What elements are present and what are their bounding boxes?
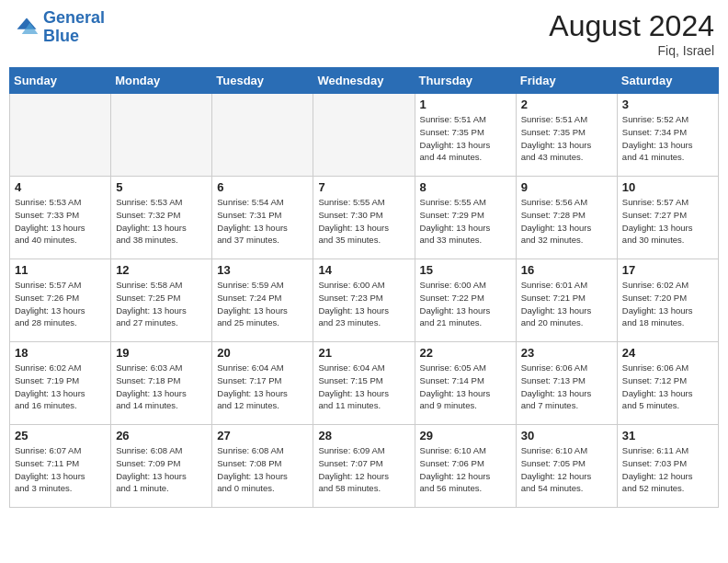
calendar-cell: 13Sunrise: 5:59 AM Sunset: 7:24 PM Dayli… — [212, 259, 313, 342]
weekday-header-wednesday: Wednesday — [313, 68, 415, 94]
day-number: 14 — [318, 263, 409, 277]
title-block: August 2024 Fiq, Israel — [549, 9, 714, 58]
calendar-cell: 29Sunrise: 6:10 AM Sunset: 7:06 PM Dayli… — [415, 425, 516, 508]
cell-info: Sunrise: 6:04 AM Sunset: 7:17 PM Dayligh… — [217, 362, 308, 412]
calendar-cell: 22Sunrise: 6:05 AM Sunset: 7:14 PM Dayli… — [415, 342, 516, 425]
weekday-header-friday: Friday — [516, 68, 617, 94]
cell-info: Sunrise: 6:00 AM Sunset: 7:22 PM Dayligh… — [420, 279, 511, 329]
calendar-cell: 24Sunrise: 6:06 AM Sunset: 7:12 PM Dayli… — [617, 342, 718, 425]
cell-info: Sunrise: 6:02 AM Sunset: 7:19 PM Dayligh… — [15, 362, 106, 412]
calendar-cell: 8Sunrise: 5:55 AM Sunset: 7:29 PM Daylig… — [415, 177, 516, 259]
cell-info: Sunrise: 6:03 AM Sunset: 7:18 PM Dayligh… — [116, 362, 207, 412]
calendar-cell: 27Sunrise: 6:08 AM Sunset: 7:08 PM Dayli… — [212, 425, 313, 508]
cell-info: Sunrise: 5:51 AM Sunset: 7:35 PM Dayligh… — [521, 113, 612, 164]
day-number: 18 — [15, 346, 106, 360]
weekday-header-saturday: Saturday — [617, 68, 718, 94]
calendar-cell: 3Sunrise: 5:52 AM Sunset: 7:34 PM Daylig… — [617, 94, 718, 177]
weekday-header-tuesday: Tuesday — [212, 68, 313, 94]
calendar-cell: 30Sunrise: 6:10 AM Sunset: 7:05 PM Dayli… — [516, 425, 617, 508]
day-number: 8 — [420, 180, 511, 194]
calendar-cell: 2Sunrise: 5:51 AM Sunset: 7:35 PM Daylig… — [516, 94, 617, 177]
logo: General Blue — [14, 9, 105, 46]
weekday-header-thursday: Thursday — [415, 68, 516, 94]
calendar-cell: 31Sunrise: 6:11 AM Sunset: 7:03 PM Dayli… — [617, 425, 718, 508]
page-header: General Blue August 2024 Fiq, Israel — [9, 9, 719, 58]
day-number: 20 — [217, 346, 308, 360]
cell-info: Sunrise: 6:00 AM Sunset: 7:23 PM Dayligh… — [318, 279, 409, 329]
calendar-cell: 6Sunrise: 5:54 AM Sunset: 7:31 PM Daylig… — [212, 177, 313, 259]
cell-info: Sunrise: 5:59 AM Sunset: 7:24 PM Dayligh… — [217, 279, 308, 329]
day-number: 11 — [15, 263, 106, 277]
day-number: 24 — [622, 346, 713, 360]
day-number: 27 — [217, 429, 308, 442]
cell-info: Sunrise: 5:54 AM Sunset: 7:31 PM Dayligh… — [217, 196, 308, 247]
location: Fiq, Israel — [549, 43, 714, 58]
day-number: 5 — [116, 180, 207, 194]
calendar-cell: 7Sunrise: 5:55 AM Sunset: 7:30 PM Daylig… — [313, 177, 415, 259]
cell-info: Sunrise: 5:55 AM Sunset: 7:30 PM Dayligh… — [318, 196, 409, 247]
cell-info: Sunrise: 5:56 AM Sunset: 7:28 PM Dayligh… — [521, 196, 612, 247]
cell-info: Sunrise: 5:53 AM Sunset: 7:32 PM Dayligh… — [116, 196, 207, 247]
cell-info: Sunrise: 5:51 AM Sunset: 7:35 PM Dayligh… — [420, 113, 511, 164]
calendar-cell: 11Sunrise: 5:57 AM Sunset: 7:26 PM Dayli… — [10, 259, 111, 342]
calendar-cell: 16Sunrise: 6:01 AM Sunset: 7:21 PM Dayli… — [516, 259, 617, 342]
day-number: 1 — [420, 98, 511, 111]
day-number: 13 — [217, 263, 308, 277]
cell-info: Sunrise: 6:06 AM Sunset: 7:12 PM Dayligh… — [622, 362, 713, 412]
cell-info: Sunrise: 5:53 AM Sunset: 7:33 PM Dayligh… — [15, 196, 106, 247]
day-number: 15 — [420, 263, 511, 277]
calendar-cell: 26Sunrise: 6:08 AM Sunset: 7:09 PM Dayli… — [111, 425, 212, 508]
day-number: 6 — [217, 180, 308, 194]
calendar-cell: 9Sunrise: 5:56 AM Sunset: 7:28 PM Daylig… — [516, 177, 617, 259]
day-number: 23 — [521, 346, 612, 360]
day-number: 22 — [420, 346, 511, 360]
day-number: 3 — [622, 98, 713, 111]
cell-info: Sunrise: 6:01 AM Sunset: 7:21 PM Dayligh… — [521, 279, 612, 329]
cell-info: Sunrise: 6:05 AM Sunset: 7:14 PM Dayligh… — [420, 362, 511, 412]
cell-info: Sunrise: 6:04 AM Sunset: 7:15 PM Dayligh… — [318, 362, 409, 412]
day-number: 21 — [318, 346, 409, 360]
cell-info: Sunrise: 6:06 AM Sunset: 7:13 PM Dayligh… — [521, 362, 612, 412]
cell-info: Sunrise: 6:02 AM Sunset: 7:20 PM Dayligh… — [622, 279, 713, 329]
calendar-cell — [10, 94, 111, 177]
month-year: August 2024 — [549, 9, 714, 43]
cell-info: Sunrise: 6:09 AM Sunset: 7:07 PM Dayligh… — [318, 444, 409, 495]
logo-line2: Blue — [43, 27, 79, 45]
cell-info: Sunrise: 5:57 AM Sunset: 7:27 PM Dayligh… — [622, 196, 713, 247]
calendar-cell — [212, 94, 313, 177]
calendar-cell: 20Sunrise: 6:04 AM Sunset: 7:17 PM Dayli… — [212, 342, 313, 425]
calendar-cell: 15Sunrise: 6:00 AM Sunset: 7:22 PM Dayli… — [415, 259, 516, 342]
cell-info: Sunrise: 5:57 AM Sunset: 7:26 PM Dayligh… — [15, 279, 106, 329]
day-number: 17 — [622, 263, 713, 277]
day-number: 30 — [521, 429, 612, 442]
weekday-header-monday: Monday — [111, 68, 212, 94]
day-number: 26 — [116, 429, 207, 442]
calendar-cell: 4Sunrise: 5:53 AM Sunset: 7:33 PM Daylig… — [10, 177, 111, 259]
day-number: 12 — [116, 263, 207, 277]
cell-info: Sunrise: 5:58 AM Sunset: 7:25 PM Dayligh… — [116, 279, 207, 329]
day-number: 29 — [420, 429, 511, 442]
calendar-cell: 28Sunrise: 6:09 AM Sunset: 7:07 PM Dayli… — [313, 425, 415, 508]
cell-info: Sunrise: 6:08 AM Sunset: 7:09 PM Dayligh… — [116, 444, 207, 495]
day-number: 4 — [15, 180, 106, 194]
calendar-cell: 19Sunrise: 6:03 AM Sunset: 7:18 PM Dayli… — [111, 342, 212, 425]
day-number: 9 — [521, 180, 612, 194]
calendar-cell: 25Sunrise: 6:07 AM Sunset: 7:11 PM Dayli… — [10, 425, 111, 508]
calendar-cell: 5Sunrise: 5:53 AM Sunset: 7:32 PM Daylig… — [111, 177, 212, 259]
logo-text: General Blue — [43, 9, 105, 46]
day-number: 10 — [622, 180, 713, 194]
cell-info: Sunrise: 6:10 AM Sunset: 7:06 PM Dayligh… — [420, 444, 511, 495]
calendar-cell — [313, 94, 415, 177]
calendar-cell: 17Sunrise: 6:02 AM Sunset: 7:20 PM Dayli… — [617, 259, 718, 342]
cell-info: Sunrise: 6:11 AM Sunset: 7:03 PM Dayligh… — [622, 444, 713, 495]
calendar-cell: 1Sunrise: 5:51 AM Sunset: 7:35 PM Daylig… — [415, 94, 516, 177]
cell-info: Sunrise: 6:07 AM Sunset: 7:11 PM Dayligh… — [15, 444, 106, 495]
day-number: 2 — [521, 98, 612, 111]
calendar-cell: 23Sunrise: 6:06 AM Sunset: 7:13 PM Dayli… — [516, 342, 617, 425]
day-number: 16 — [521, 263, 612, 277]
calendar-cell: 14Sunrise: 6:00 AM Sunset: 7:23 PM Dayli… — [313, 259, 415, 342]
calendar-cell: 21Sunrise: 6:04 AM Sunset: 7:15 PM Dayli… — [313, 342, 415, 425]
day-number: 7 — [318, 180, 409, 194]
cell-info: Sunrise: 6:08 AM Sunset: 7:08 PM Dayligh… — [217, 444, 308, 495]
calendar-cell: 18Sunrise: 6:02 AM Sunset: 7:19 PM Dayli… — [10, 342, 111, 425]
